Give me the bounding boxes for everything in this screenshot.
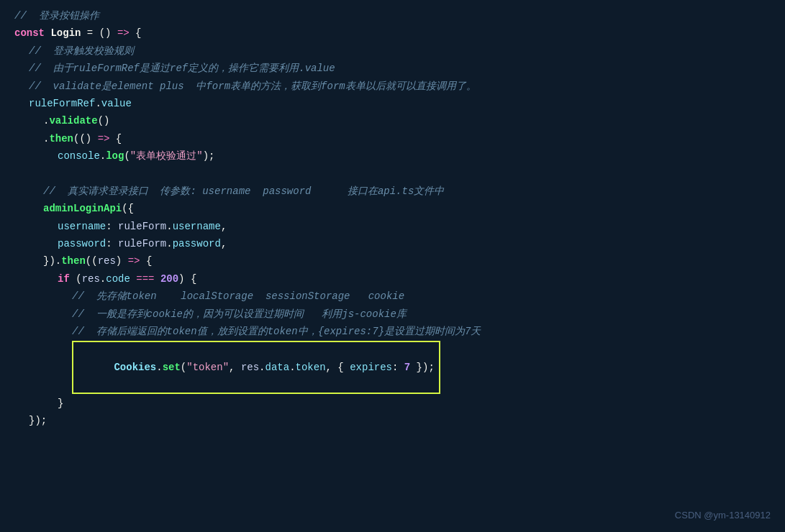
data-prop: data [266,362,290,373]
equals: = [81,25,99,41]
comment-6: // 先存储token localStorage sessionStorage … [72,288,404,304]
validate-parens: () [98,113,110,129]
brace-close2: } [410,362,422,373]
colon1: : [106,219,118,234]
code-line-19: // 存储后端返回的token值，放到设置的token中，{expires:7}… [0,323,785,340]
then-brace: { [109,131,122,147]
code-line-9: console.log("表单校验通过"); [0,147,785,165]
then2-brace: { [140,253,152,269]
dot5: . [166,219,172,234]
code-line-20: Cookies.set("token", res.data.token, { e… [0,340,785,394]
res-code: res [82,271,100,287]
code-line-1: // 登录按钮操作 [0,7,785,24]
code-line-6: ruleFormRef.value [0,95,785,112]
close-obj: }) [43,253,55,269]
res-paren-close: ) [116,253,122,269]
token-prop: token [296,362,326,373]
res-param: res [98,253,116,269]
set-paren-open: ( [181,362,186,373]
ruleForm-password: ruleForm [118,236,166,252]
log-paren-close: ) [203,148,209,164]
code-line-5: // validate是element plus 中form表单的方法，获取到f… [0,78,785,95]
then-method: then [49,131,73,147]
if-keyword: if [58,271,70,287]
code-line-17: // 先存储token localStorage sessionStorage … [0,288,785,305]
comma4: , [326,362,338,373]
then-close: }) [29,413,41,428]
password-key: password [58,236,106,252]
colon2: : [106,236,118,252]
highlighted-cookies-line: Cookies.set("token", res.data.token, { e… [72,341,440,393]
dot11: . [289,362,295,373]
ruleFormRef: ruleFormRef [29,96,95,111]
code-line-16: if (res.code === 200) { [0,270,785,288]
token-string: "token" [186,362,229,373]
space [111,25,117,41]
dot7: . [55,253,61,269]
code-line-18: // 一般是存到cookie的，因为可以设置过期时间 利用js-cookie库 [0,306,785,323]
value-prop: value [101,96,132,111]
password-val: password [173,236,221,252]
ruleForm-username: ruleForm [118,219,166,234]
space3 [122,253,127,269]
code-line-empty [0,165,785,183]
code-line-11: // 真实请求登录接口 传参数: username password 接口在ap… [0,183,785,200]
code-line-8: .then(() => { [0,130,785,147]
if-close: ) { [178,271,196,287]
comment-8: // 存储后端返回的token值，放到设置的token中，{expires:7}… [72,324,481,339]
expires-key: expires [350,362,392,373]
code-line-7: .validate() [0,112,785,129]
code-line-21: } [0,395,785,412]
number-200: 200 [160,271,178,287]
res-data-token: res [241,362,259,373]
code-line-12: adminLoginApi({ [0,200,785,217]
func-name-login: Login [50,25,81,41]
code-line-4: // 由于ruleFormRef是通过ref定义的，操作它需要利用.value [0,60,785,77]
code-line-14: password: ruleForm.password, [0,235,785,252]
space4 [130,271,136,287]
res-paren-open: (( [86,253,98,269]
arrow2: => [98,131,110,147]
space2 [91,131,97,147]
brace-open: { [130,25,142,41]
comment-2: // 登录触发校验规则 [29,43,134,59]
comma1: , [221,219,227,234]
watermark: CSDN @ym-13140912 [675,508,771,523]
username-val: username [173,219,221,234]
log-paren-open: ( [124,148,130,164]
comma2: , [221,236,227,252]
dot4: . [100,148,106,164]
code-line-13: username: ruleForm.username, [0,218,785,235]
semicolon3: ; [41,413,47,428]
arrow: => [117,25,130,41]
then-paren-open: (( [73,131,86,147]
dot2: . [43,113,49,129]
code-line-15: }).then((res) => { [0,252,785,270]
space5 [154,271,160,287]
semicolon1: ; [209,148,214,164]
dot3: . [43,131,49,147]
code-line-3: // 登录触发校验规则 [0,42,785,60]
code-editor: // 登录按钮操作 const Login = () => { // 登录触发校… [0,0,785,532]
if-brace-close: } [58,395,63,411]
console: console [58,148,100,164]
arrow3: => [128,253,140,269]
if-space: ( [70,271,82,287]
comment-5: // 真实请求登录接口 传参数: username password 接口在ap… [43,183,444,199]
paren-close: ) [105,25,111,41]
paren-open: ( [99,25,105,41]
then-paren-close: ) [86,131,91,147]
code-line-2: const Login = () => { [0,24,785,42]
api-paren-open: ({ [122,201,134,216]
then2-method: then [61,253,86,269]
set-method: set [163,362,181,373]
adminLoginApi: adminLoginApi [43,201,122,216]
code-line-22: }); [0,412,785,429]
keyword-const: const [14,25,50,41]
dot6: . [166,236,172,252]
validate-method: validate [49,113,97,129]
code-prop: code [106,271,130,287]
semicolon2: ; [428,362,434,373]
dot1: . [95,96,101,111]
log-string: "表单校验通过" [130,148,203,164]
